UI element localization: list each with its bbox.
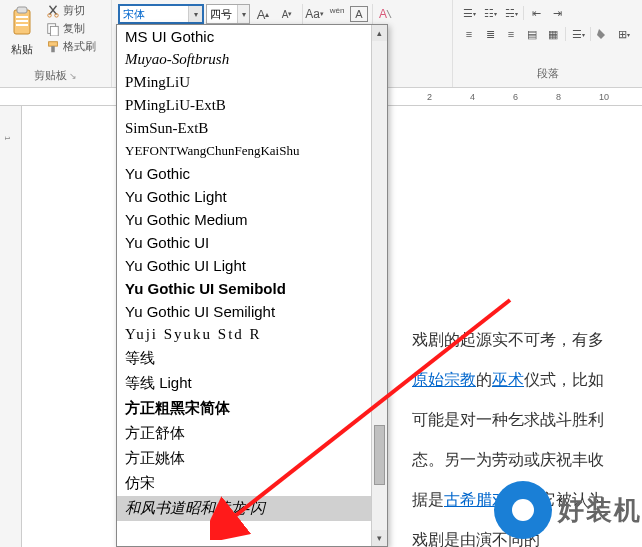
font-item[interactable]: PMingLiU-ExtB (117, 94, 387, 117)
scroll-up-icon[interactable]: ▴ (372, 25, 387, 41)
font-dropdown: MS UI GothicMuyao-SoftbrushPMingLiUPMing… (116, 24, 388, 547)
font-item[interactable]: YEFONTWangChunFengKaiShu (117, 140, 387, 162)
svg-rect-4 (16, 24, 28, 26)
paragraph-group: ☰▾ ☷▾ ☵▾ ⇤ ⇥ ≡ ≣ ≡ ▤ ▦ ☰▾ ⊞▾ 段落 (452, 0, 642, 87)
clipboard-group: 粘贴 剪切 复制 格式刷 剪贴板 ↘ (0, 0, 112, 87)
format-painter-button[interactable]: 格式刷 (44, 38, 98, 55)
align-center-button[interactable]: ≣ (480, 25, 500, 43)
font-item[interactable]: 仿宋 (117, 471, 387, 496)
bullets-button[interactable]: ☰▾ (459, 4, 479, 22)
multilevel-list-button[interactable]: ☵▾ (501, 4, 521, 22)
svg-rect-9 (49, 41, 58, 45)
align-distribute-button[interactable]: ▦ (543, 25, 563, 43)
font-item[interactable]: Yu Gothic Medium (117, 208, 387, 231)
font-item[interactable]: Yu Gothic (117, 162, 387, 185)
font-item[interactable]: Yu Gothic Light (117, 185, 387, 208)
align-justify-button[interactable]: ▤ (522, 25, 542, 43)
size-combo-arrow-icon[interactable]: ▾ (237, 5, 249, 23)
svg-text:A: A (379, 7, 387, 21)
phonetic-guide-button[interactable]: wén (326, 4, 348, 24)
cut-button[interactable]: 剪切 (44, 2, 98, 19)
font-item[interactable]: 等线 (117, 346, 387, 371)
align-right-button[interactable]: ≡ (501, 25, 521, 43)
font-size-combo[interactable]: 四号 ▾ (206, 4, 250, 24)
increase-indent-button[interactable]: ⇥ (547, 4, 567, 22)
decrease-indent-button[interactable]: ⇤ (526, 4, 546, 22)
line-spacing-button[interactable]: ☰▾ (568, 25, 588, 43)
font-name-combo[interactable]: 宋体 ▾ (118, 4, 204, 24)
font-item[interactable]: Yu Gothic UI (117, 231, 387, 254)
watermark-logo-icon (494, 481, 552, 539)
font-item[interactable]: 和风书道昭和黄龙-闪 (117, 496, 387, 521)
doc-line: 态。另一为劳动或庆祝丰收 (412, 440, 636, 480)
scroll-thumb[interactable] (374, 425, 385, 485)
clipboard-dialog-icon[interactable]: ↘ (69, 71, 77, 81)
vertical-ruler[interactable]: 1 (0, 106, 22, 547)
doc-line: 戏剧的起源实不可考，有多 (412, 320, 636, 360)
clear-formatting-button[interactable]: A (372, 4, 394, 24)
doc-line: 原始宗教的巫术仪式，比如 (412, 360, 636, 400)
font-item[interactable]: 方正姚体 (117, 446, 387, 471)
font-item[interactable]: Muyao-Softbrush (117, 48, 387, 71)
font-item[interactable]: MS UI Gothic (117, 25, 387, 48)
copy-button[interactable]: 复制 (44, 20, 98, 37)
font-item[interactable]: 方正舒体 (117, 421, 387, 446)
svg-rect-2 (16, 16, 28, 18)
clipboard-group-label: 剪贴板 ↘ (4, 68, 107, 85)
font-item[interactable]: Yu Gothic UI Light (117, 254, 387, 277)
change-case-button[interactable]: Aa▾ (302, 4, 324, 24)
align-left-button[interactable]: ≡ (459, 25, 479, 43)
font-item[interactable]: 方正粗黑宋简体 (117, 396, 387, 421)
watermark-text: 好装机 (558, 493, 642, 528)
font-item[interactable]: PMingLiU (117, 71, 387, 94)
shrink-font-button[interactable]: A▾ (276, 4, 298, 24)
numbering-button[interactable]: ☷▾ (480, 4, 500, 22)
clipboard-icon (6, 4, 38, 40)
paste-button[interactable]: 粘贴 (4, 2, 40, 59)
font-item[interactable]: Yuji Syuku Std R (117, 323, 387, 346)
svg-rect-1 (17, 7, 27, 13)
paragraph-group-label: 段落 (459, 66, 636, 83)
doc-line: 可能是对一种乞求战斗胜利 (412, 400, 636, 440)
shading-button[interactable] (593, 25, 613, 43)
font-item[interactable]: 等线 Light (117, 371, 387, 396)
font-item[interactable]: Yu Gothic UI Semilight (117, 300, 387, 323)
font-list[interactable]: MS UI GothicMuyao-SoftbrushPMingLiUPMing… (117, 25, 387, 546)
watermark-badge: 好装机 (494, 481, 642, 539)
paste-label: 粘贴 (11, 42, 33, 57)
font-item[interactable]: SimSun-ExtB (117, 117, 387, 140)
font-item[interactable]: Yu Gothic UI Semibold (117, 277, 387, 300)
svg-rect-8 (50, 26, 58, 36)
borders-button[interactable]: ⊞▾ (614, 25, 634, 43)
svg-rect-10 (51, 46, 55, 52)
svg-rect-3 (16, 20, 28, 22)
font-scrollbar[interactable]: ▴ ▾ (371, 25, 387, 546)
character-border-button[interactable]: A (350, 6, 368, 22)
scroll-down-icon[interactable]: ▾ (372, 530, 387, 546)
grow-font-button[interactable]: A▴ (252, 4, 274, 24)
font-combo-arrow-icon[interactable]: ▾ (188, 6, 202, 22)
